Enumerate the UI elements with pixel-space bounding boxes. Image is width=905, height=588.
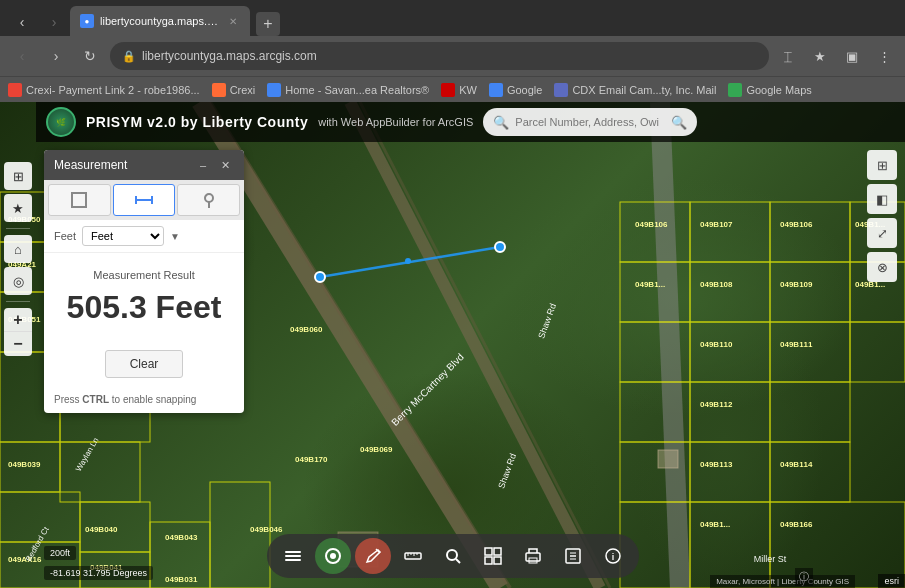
toolbar: ‹ › ↻ 🔒 libertycountyga.maps.arcgis.com … [0, 36, 905, 76]
tab-close-button[interactable]: ✕ [226, 14, 240, 28]
sidebar-divider [6, 228, 30, 229]
unit-select[interactable]: Feet Miles Kilometers Meters Yards [82, 226, 164, 246]
map-background[interactable]: 049B050 049A21 049B051 049B060 049B060 0… [0, 102, 905, 588]
zoom-controls: + − [4, 308, 32, 356]
svg-rect-101 [526, 553, 540, 561]
bookmark-home-label: Home - Savan...ea Realtors® [285, 84, 429, 96]
share-button[interactable]: ⌶ [775, 43, 801, 69]
forward-button[interactable]: › [40, 8, 68, 36]
zoom-out-button[interactable]: − [4, 332, 32, 356]
grid-map-button[interactable] [475, 538, 511, 574]
attribution-text: Maxar, Microsoft | Liberty County GIS [716, 577, 849, 586]
export-button[interactable] [555, 538, 591, 574]
address-text: libertycountyga.maps.arcgis.com [142, 49, 757, 63]
app-subtitle: with Web AppBuilder for ArcGIS [318, 116, 473, 128]
print-button[interactable] [515, 538, 551, 574]
map-overview-button[interactable]: ◧ [867, 184, 897, 214]
distance-tab-icon [134, 190, 154, 210]
svg-text:i: i [611, 552, 614, 562]
bookmark-crexi[interactable]: Crexi [212, 83, 256, 97]
coordinates-value: -81.619 31.795 Degrees [50, 568, 147, 578]
back-button[interactable]: ‹ [8, 8, 36, 36]
menu-button[interactable]: ⋮ [871, 43, 897, 69]
sidebar-bookmark-button[interactable]: ★ [4, 194, 32, 222]
active-tab[interactable]: ● libertycountyga.maps.arcgis.com ✕ [70, 6, 250, 36]
search-submit-icon[interactable]: 🔍 [671, 115, 687, 130]
address-bar[interactable]: 🔒 libertycountyga.maps.arcgis.com [110, 42, 769, 70]
basemap-icon [323, 546, 343, 566]
bookmark-google-icon [489, 83, 503, 97]
extensions-button[interactable]: ▣ [839, 43, 865, 69]
tab-location[interactable] [177, 184, 240, 216]
sidebar-home-button[interactable]: ⌂ [4, 235, 32, 263]
info-button[interactable]: i [595, 538, 631, 574]
scale-bar: 200ft [44, 546, 76, 560]
result-value: 505.3 Feet [54, 289, 234, 326]
bookmark-googlemaps-icon [728, 83, 742, 97]
bookmark-cdx[interactable]: CDX Email Cam...ty, Inc. Mail [554, 83, 716, 97]
bookmark-home-icon [267, 83, 281, 97]
basemap-button[interactable] [315, 538, 351, 574]
bookmark-kw[interactable]: KW [441, 83, 477, 97]
svg-line-96 [456, 559, 460, 563]
bookmark-google[interactable]: Google [489, 83, 542, 97]
bookmark-home[interactable]: Home - Savan...ea Realtors® [267, 83, 429, 97]
new-tab-button[interactable]: + [256, 12, 280, 36]
bookmark-googlemaps[interactable]: Google Maps [728, 83, 811, 97]
forward-nav-button[interactable]: › [42, 42, 70, 70]
search-icon: 🔍 [493, 115, 509, 130]
panel-actions: Clear [44, 342, 244, 390]
esri-text: esri [884, 576, 899, 586]
bookmark-gmail[interactable]: Crexi- Payment Link 2 - robe1986... [8, 83, 200, 97]
main-content: 049B050 049A21 049B051 049B060 049B060 0… [0, 102, 905, 588]
svg-rect-99 [485, 557, 492, 564]
bookmark-gmail-label: Crexi- Payment Link 2 - robe1986... [26, 84, 200, 96]
map-settings-button[interactable]: ⊗ [867, 252, 897, 282]
attribution-icon[interactable]: ⓘ [795, 568, 813, 586]
search-bar[interactable]: 🔍 🔍 [483, 108, 697, 136]
location-tab-icon [199, 190, 219, 210]
map-sidebar: ⊞ ★ ⌂ ◎ + − [0, 102, 36, 588]
panel-hint: Press CTRL to enable snapping [44, 390, 244, 413]
esri-logo: esri [878, 574, 905, 588]
svg-rect-86 [285, 559, 301, 561]
measurement-result: Measurement Result 505.3 Feet [44, 253, 244, 342]
bookmark-kw-icon [441, 83, 455, 97]
search-input[interactable] [515, 116, 665, 128]
layers-button[interactable] [275, 538, 311, 574]
bookmark-crexi-icon [212, 83, 226, 97]
measure-button[interactable] [395, 538, 431, 574]
back-nav-button[interactable]: ‹ [8, 42, 36, 70]
panel-minimize-button[interactable]: – [194, 156, 212, 174]
app-title: PRISYM v2.0 by Liberty County [86, 114, 308, 130]
clear-button[interactable]: Clear [105, 350, 184, 378]
tab-favicon: ● [80, 14, 94, 28]
bookmark-add-button[interactable]: ★ [807, 43, 833, 69]
svg-rect-98 [494, 548, 501, 555]
sidebar-grid-button[interactable]: ⊞ [4, 162, 32, 190]
sidebar-locate-button[interactable]: ◎ [4, 267, 32, 295]
map-fullscreen-button[interactable]: ⤢ [867, 218, 897, 248]
svg-point-88 [330, 553, 336, 559]
bookmark-googlemaps-label: Google Maps [746, 84, 811, 96]
tab-distance[interactable] [113, 184, 176, 216]
svg-point-95 [447, 550, 457, 560]
unit-label: Feet [54, 230, 76, 242]
zoom-in-button[interactable]: + [4, 308, 32, 332]
reload-button[interactable]: ↻ [76, 42, 104, 70]
tab-area[interactable] [48, 184, 111, 216]
bookmark-cdx-icon [554, 83, 568, 97]
unit-dropdown-arrow: ▼ [170, 231, 180, 242]
map-controls-top-right: ⊞ ◧ ⤢ ⊗ [867, 150, 897, 282]
result-label: Measurement Result [54, 269, 234, 281]
panel-close-button[interactable]: ✕ [216, 156, 234, 174]
area-tab-icon [69, 190, 89, 210]
svg-rect-90 [405, 553, 421, 559]
map-layers-button[interactable]: ⊞ [867, 150, 897, 180]
layers-icon [283, 546, 303, 566]
bookmark-crexi-label: Crexi [230, 84, 256, 96]
grid-map-icon [484, 547, 502, 565]
draw-button[interactable] [355, 538, 391, 574]
coordinates-display: -81.619 31.795 Degrees [44, 566, 153, 580]
search-map-button[interactable] [435, 538, 471, 574]
